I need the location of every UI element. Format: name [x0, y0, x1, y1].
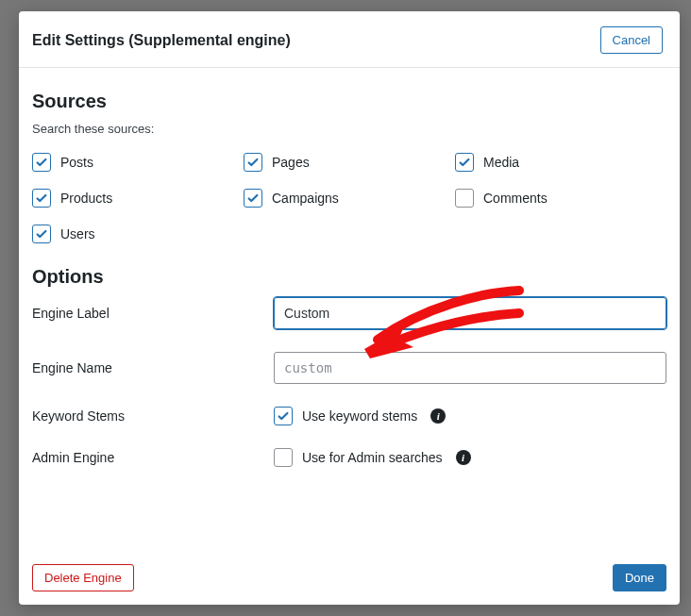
edit-settings-modal: Edit Settings (Supplemental engine) Canc… — [19, 11, 680, 605]
source-checkbox[interactable] — [32, 189, 51, 208]
delete-engine-button[interactable]: Delete Engine — [32, 564, 134, 591]
source-item: Users — [32, 225, 244, 243]
keyword-stems-label: Keyword Stems — [32, 408, 274, 424]
source-item: Comments — [455, 189, 666, 208]
engine-name-row: Engine Name — [32, 352, 666, 384]
source-item: Posts — [32, 153, 244, 172]
source-item: Media — [455, 153, 666, 172]
keyword-stems-checkbox[interactable] — [274, 407, 293, 425]
sources-helper: Search these sources: — [32, 122, 666, 136]
source-label: Products — [60, 191, 112, 206]
source-label: Media — [483, 155, 519, 170]
source-label: Users — [60, 226, 95, 241]
admin-engine-check-label: Use for Admin searches — [302, 450, 443, 465]
info-icon[interactable]: i — [456, 450, 471, 465]
sources-heading: Sources — [32, 91, 666, 112]
source-checkbox[interactable] — [32, 153, 51, 172]
keyword-stems-row: Keyword Stems Use keyword stems i — [32, 407, 666, 425]
source-label: Comments — [483, 191, 548, 206]
source-checkbox[interactable] — [244, 189, 262, 208]
source-checkbox[interactable] — [455, 189, 474, 208]
engine-name-input[interactable] — [274, 352, 666, 384]
engine-label-label: Engine Label — [32, 306, 274, 321]
modal-body: Sources Search these sources: PostsPages… — [19, 68, 680, 551]
source-checkbox[interactable] — [32, 225, 51, 243]
engine-label-input[interactable] — [274, 297, 666, 329]
admin-engine-label: Admin Engine — [32, 450, 274, 465]
source-item: Products — [32, 189, 244, 208]
admin-engine-row: Admin Engine Use for Admin searches i — [32, 448, 666, 467]
source-checkbox[interactable] — [244, 153, 262, 172]
info-icon[interactable]: i — [430, 408, 446, 424]
source-label: Pages — [272, 155, 310, 170]
engine-name-label: Engine Name — [32, 360, 274, 375]
keyword-stems-check-label: Use keyword stems — [302, 408, 417, 424]
sources-grid: PostsPagesMediaProductsCampaignsComments… — [32, 153, 666, 243]
source-item: Campaigns — [244, 189, 455, 208]
modal-header: Edit Settings (Supplemental engine) Canc… — [19, 11, 680, 68]
source-item: Pages — [244, 153, 455, 172]
cancel-button[interactable]: Cancel — [600, 26, 663, 54]
source-checkbox[interactable] — [455, 153, 474, 172]
admin-engine-checkbox[interactable] — [274, 448, 293, 467]
modal-title: Edit Settings (Supplemental engine) — [32, 32, 291, 49]
options-heading: Options — [32, 266, 666, 288]
engine-label-row: Engine Label — [32, 297, 666, 329]
done-button[interactable]: Done — [613, 564, 666, 591]
modal-footer: Delete Engine Done — [19, 551, 680, 605]
source-label: Campaigns — [272, 191, 339, 206]
source-label: Posts — [60, 155, 93, 170]
